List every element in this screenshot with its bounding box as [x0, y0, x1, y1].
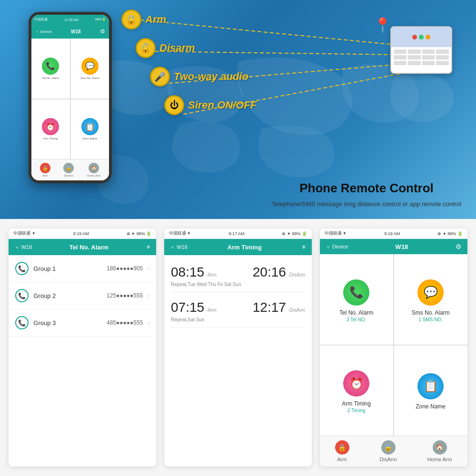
tel-item-group3: 📞 Group 3 485●●●●●555 › [9, 309, 156, 337]
device-arm-button[interactable]: 🔒 Arm [335, 440, 349, 462]
timing-times-2: 07:15 -Arm 12:17 -DisArm [171, 300, 305, 315]
device-grid-sms[interactable]: 💬 Sms No. Alarm 1 SMS NO. [394, 254, 467, 345]
phone-disarm-icon: 🔓 [63, 163, 74, 173]
s3-battery: ⊕ ✦ 88% 🔋 [437, 231, 463, 236]
top-section: 中国联通 11:30 AM 88%🔋 ＜ Device W18 ⚙ 📞 Tel … [0, 0, 476, 219]
timing-arm-label-2: -Arm [206, 307, 217, 313]
phone-arm-button: 🔒 Arm [40, 163, 50, 177]
device-sms-label: Sms No. Alarm [412, 309, 450, 316]
phone-status-bar: 中国联通 11:30 AM 88%🔋 [31, 15, 109, 24]
feature-audio: 🎤 Two-way audio [150, 67, 257, 87]
timing-times-1: 08:15 -Arm 20:16 -DisArm [171, 265, 305, 280]
phone-grid-arm: ⏰ Arm Timing [31, 99, 70, 159]
screen3-status: 中国联通 ✦ 9:19 AM ⊕ ✦ 88% 🔋 [320, 228, 467, 239]
device-homearm-button[interactable]: 🏠 Home Arm [427, 440, 452, 462]
disarm-label: Disarm [159, 42, 195, 54]
phone-sms-label: Sms No. Alarm [80, 77, 99, 79]
phone-homearm-text: Home Arm [87, 174, 100, 177]
phone-arm-icon: ⏰ [42, 118, 59, 135]
s1-back: ＜ W18 [14, 244, 32, 251]
s2-title: Arm Timing [228, 244, 262, 251]
alarm-led-orange [426, 35, 430, 40]
device-grid-zone[interactable]: 📋 Zone Name [394, 346, 467, 436]
s2-back: ＜ W18 [170, 244, 188, 251]
device-arm-icon: 🔒 [335, 440, 349, 455]
tel-number-list: 📞 Group 1 186●●●●●905 › 📞 Group 2 125●●●… [9, 255, 156, 466]
text-block: Phone Remote Control Telephone/SMS messa… [271, 181, 462, 209]
phone-bottom-bar: 🔒 Arm 🔓 DisArm 🏠 Home Arm [31, 159, 109, 180]
device-grid-timing[interactable]: ⏰ Arm Timing 2 Timing [320, 346, 393, 436]
tel-item-group2: 📞 Group 2 125●●●●●555 › [9, 282, 156, 309]
phone-sms-icon: 💬 [81, 58, 99, 75]
s1-title: Tel No. Alarm [69, 244, 109, 251]
phone-homearm-icon: 🏠 [89, 163, 99, 173]
tel-number-3: 485●●●●●555 [107, 319, 143, 326]
feature-arm: 🔒 Arm [121, 10, 257, 30]
device-homearm-text: Home Arm [427, 456, 452, 462]
phone-gear-icon: ⚙ [100, 28, 105, 35]
keypad-btn [436, 50, 449, 54]
phone-grid-sms: 💬 Sms No. Alarm [71, 39, 109, 99]
screen2-nav: ＜ W18 Arm Timing + [164, 239, 312, 255]
tel-number-2: 125●●●●●555 [107, 292, 143, 299]
phone-battery: 88%🔋 [95, 18, 106, 21]
phone-nav-title: W18 [71, 29, 81, 34]
device-bottom-bar: 🔒 Arm 🔓 DisArm 🏠 Home Arm [320, 436, 467, 466]
s3-back: ＜ Device [326, 243, 348, 250]
device-zone-icon: 📋 [417, 373, 444, 399]
timing-repeat-1: Repeat,Tue Wed Thu Fri Sat Sun [171, 282, 305, 287]
phone-tel-icon: 📞 [42, 58, 59, 75]
phone-homearm-button: 🏠 Home Arm [87, 163, 100, 177]
arm-label: Arm [145, 13, 166, 26]
device-zone-label: Zone Name [416, 403, 446, 410]
screen3-nav: ＜ Device W18 ⚙ [320, 239, 467, 254]
s3-title: W18 [396, 243, 408, 250]
tel-icon-3: 📞 [15, 316, 29, 329]
keypad-btn [436, 55, 449, 60]
tel-chevron-1: › [148, 265, 149, 272]
keypad-btn [394, 61, 407, 65]
phone-frame: 中国联通 11:30 AM 88%🔋 ＜ Device W18 ⚙ 📞 Tel … [29, 12, 112, 183]
feature-disarm: 🔓 Disarm [136, 38, 257, 58]
bottom-section: 中国联通 ✦ 9:19 AM ⊕ ✦ 88% 🔋 ＜ W18 Tel No. A… [0, 219, 476, 476]
device-timing-icon: ⏰ [343, 370, 369, 397]
arm-icon: 🔒 [121, 10, 141, 30]
screen1-nav: ＜ W18 Tel No. Alarm + [9, 239, 156, 255]
device-main-grid: 📞 Tel No. Alarm 3 Tel NO. 💬 Sms No. Alar… [320, 254, 467, 436]
device-disarm-button[interactable]: 🔓 DisArm [380, 440, 397, 462]
s1-add-button[interactable]: + [146, 243, 150, 251]
device-timing-label: Arm Timing [342, 400, 371, 407]
keypad-btn [394, 50, 407, 54]
tel-group-2: Group 2 [33, 292, 102, 299]
s2-add-button[interactable]: + [302, 243, 306, 251]
device-sms-icon: 💬 [417, 279, 444, 306]
tel-icon-2: 📞 [15, 289, 29, 302]
s3-gear-icon: ⚙ [456, 243, 462, 250]
keypad-btn [408, 50, 421, 54]
s1-time: 9:19 AM [73, 231, 89, 236]
timing-disarm-time-1: 20:16 [253, 265, 286, 280]
keypad-btn [422, 50, 435, 54]
keypad-btn [394, 55, 407, 60]
phone-disarm-button: 🔓 DisArm [63, 163, 74, 177]
s1-carrier: 中国联通 ✦ [13, 230, 36, 237]
timing-item-2: 07:15 -Arm 12:17 -DisArm Repeat,Sat Sun [171, 295, 305, 327]
siren-label: Siren ON/OFF [188, 99, 257, 111]
features-container: 🔒 Arm 🔓 Disarm 🎤 Two-way audio ⏻ Siren O… [121, 10, 257, 115]
device-sms-sub: 1 SMS NO. [418, 317, 443, 322]
keypad-btn [436, 61, 449, 65]
phone-tel-label: Tel No. Alarm [42, 77, 59, 79]
device-timing-sub: 2 Timing [347, 408, 366, 413]
tel-group-1: Group 1 [33, 265, 102, 272]
timing-arm-label-1: -Arm [206, 272, 217, 278]
timing-repeat-2: Repeat,Sat Sun [171, 317, 305, 322]
s3-time: 9:19 AM [384, 231, 400, 236]
screen2-status: 中国联通 ✦ 9:17 AM ⊕ ✦ 88% 🔋 [164, 228, 312, 239]
phone-time: 11:30 AM [64, 18, 79, 21]
timing-list: 08:15 -Arm 20:16 -DisArm Repeat,Tue Wed … [164, 255, 312, 466]
timing-arm-time-1: 08:15 [171, 265, 204, 280]
keypad-btn [408, 61, 421, 65]
phone-arm-icon-bottom: 🔒 [40, 163, 50, 173]
device-grid-tel[interactable]: 📞 Tel No. Alarm 3 Tel NO. [320, 254, 393, 345]
screen-arm-timing: 中国联通 ✦ 9:17 AM ⊕ ✦ 88% 🔋 ＜ W18 Arm Timin… [164, 228, 312, 466]
